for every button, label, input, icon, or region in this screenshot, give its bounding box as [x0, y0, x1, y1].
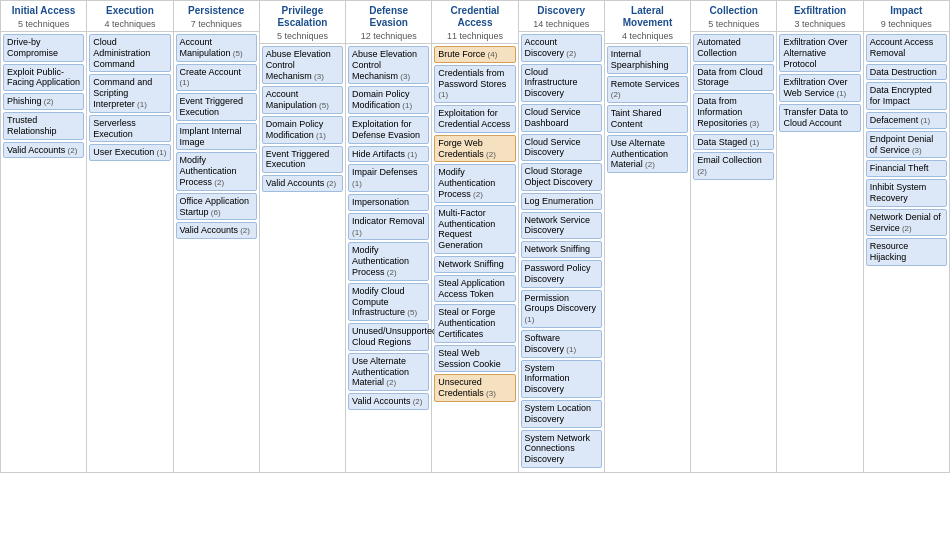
- technique-item[interactable]: Valid Accounts (2): [262, 175, 343, 192]
- technique-item[interactable]: Modify Cloud Compute Infrastructure (5): [348, 283, 429, 321]
- technique-item[interactable]: Password Policy Discovery: [521, 260, 602, 288]
- mitre-matrix: Initial Access5 techniquesDrive-by Compr…: [0, 0, 950, 473]
- technique-name: Cloud Storage Object Discovery: [525, 166, 593, 187]
- technique-item[interactable]: Permission Groups Discovery (1): [521, 290, 602, 328]
- technique-item[interactable]: Steal or Forge Authentication Certificat…: [434, 304, 515, 342]
- technique-item[interactable]: Modify Authentication Process (2): [176, 152, 257, 190]
- technique-item[interactable]: Create Account (1): [176, 64, 257, 92]
- technique-item[interactable]: Event Triggered Execution: [262, 146, 343, 174]
- technique-item[interactable]: Cloud Service Discovery: [521, 134, 602, 162]
- technique-item[interactable]: Multi-Factor Authentication Request Gene…: [434, 205, 515, 254]
- technique-item[interactable]: Modify Authentication Process (2): [434, 164, 515, 202]
- technique-item[interactable]: Internal Spearphishing: [607, 46, 688, 74]
- technique-item[interactable]: Cloud Infrastructure Discovery: [521, 64, 602, 102]
- technique-item[interactable]: Transfer Data to Cloud Account: [779, 104, 860, 132]
- technique-item[interactable]: Forge Web Credentials (2): [434, 135, 515, 163]
- technique-item[interactable]: Command and Scripting Interpreter (1): [89, 74, 170, 112]
- technique-item[interactable]: Log Enumeration: [521, 193, 602, 210]
- technique-name: Modify Authentication Process (2): [352, 245, 409, 277]
- technique-item[interactable]: Account Manipulation (5): [176, 34, 257, 62]
- technique-item[interactable]: Abuse Elevation Control Mechanism (3): [348, 46, 429, 84]
- technique-name: Abuse Elevation Control Mechanism (3): [352, 49, 417, 81]
- technique-item[interactable]: Brute Force (4): [434, 46, 515, 63]
- technique-name: System Location Discovery: [525, 403, 592, 424]
- technique-item[interactable]: Office Application Startup (6): [176, 193, 257, 221]
- tactic-column-persistence: Persistence7 techniquesAccount Manipulat…: [174, 1, 260, 472]
- technique-item[interactable]: Data Destruction: [866, 64, 947, 81]
- technique-item[interactable]: Impair Defenses (1): [348, 164, 429, 192]
- technique-item[interactable]: Cloud Administration Command: [89, 34, 170, 72]
- technique-item[interactable]: Drive-by Compromise: [3, 34, 84, 62]
- technique-item[interactable]: System Location Discovery: [521, 400, 602, 428]
- technique-item[interactable]: Network Denial of Service (2): [866, 209, 947, 237]
- technique-name: Network Denial of Service (2): [870, 212, 941, 233]
- technique-item[interactable]: Exfiltration Over Alternative Protocol: [779, 34, 860, 72]
- technique-item[interactable]: Valid Accounts (2): [176, 222, 257, 239]
- technique-item[interactable]: Implant Internal Image: [176, 123, 257, 151]
- technique-item[interactable]: Data Encrypted for Impact: [866, 82, 947, 110]
- technique-item[interactable]: Indicator Removal (1): [348, 213, 429, 241]
- technique-item[interactable]: Account Access Removal: [866, 34, 947, 62]
- technique-item[interactable]: Automated Collection: [693, 34, 774, 62]
- technique-name: Software Discovery (1): [525, 333, 577, 354]
- technique-item[interactable]: Hide Artifacts (1): [348, 146, 429, 163]
- technique-name: Log Enumeration: [525, 196, 594, 206]
- technique-list: Account Discovery (2)Cloud Infrastructur…: [519, 32, 604, 472]
- tactic-header-credential-access: Credential Access11 techniques: [432, 1, 517, 44]
- technique-item[interactable]: Event Triggered Execution: [176, 93, 257, 121]
- technique-item[interactable]: Exploitation for Defense Evasion: [348, 116, 429, 144]
- technique-item[interactable]: Steal Web Session Cookie: [434, 345, 515, 373]
- technique-item[interactable]: Modify Authentication Process (2): [348, 242, 429, 280]
- technique-item[interactable]: Trusted Relationship: [3, 112, 84, 140]
- technique-subcount: (5): [405, 308, 417, 317]
- technique-name: Account Manipulation (5): [266, 89, 329, 110]
- technique-item[interactable]: Remote Services (2): [607, 76, 688, 104]
- technique-item[interactable]: Network Sniffing: [521, 241, 602, 258]
- technique-item[interactable]: Domain Policy Modification (1): [348, 86, 429, 114]
- tactic-column-execution: Execution4 techniquesCloud Administratio…: [87, 1, 173, 472]
- technique-item[interactable]: Credentials from Password Stores (1): [434, 65, 515, 103]
- technique-item[interactable]: Inhibit System Recovery: [866, 179, 947, 207]
- technique-item[interactable]: Valid Accounts (2): [348, 393, 429, 410]
- technique-item[interactable]: Defacement (1): [866, 112, 947, 129]
- technique-item[interactable]: Domain Policy Modification (1): [262, 116, 343, 144]
- technique-item[interactable]: Email Collection (2): [693, 152, 774, 180]
- technique-name: Implant Internal Image: [180, 126, 242, 147]
- technique-item[interactable]: Exfiltration Over Web Service (1): [779, 74, 860, 102]
- technique-item[interactable]: Abuse Elevation Control Mechanism (3): [262, 46, 343, 84]
- technique-name: Exploit Public-Facing Application: [7, 67, 80, 88]
- technique-item[interactable]: Cloud Storage Object Discovery: [521, 163, 602, 191]
- technique-item[interactable]: Financial Theft: [866, 160, 947, 177]
- technique-item[interactable]: Data Staged (1): [693, 134, 774, 151]
- technique-item[interactable]: Unused/Unsupported Cloud Regions: [348, 323, 429, 351]
- technique-item[interactable]: System Information Discovery: [521, 360, 602, 398]
- technique-subcount: (3): [398, 72, 410, 81]
- technique-item[interactable]: Impersonation: [348, 194, 429, 211]
- technique-item[interactable]: Unsecured Credentials (3): [434, 374, 515, 402]
- technique-item[interactable]: Endpoint Denial of Service (3): [866, 131, 947, 159]
- technique-item[interactable]: Network Service Discovery: [521, 212, 602, 240]
- technique-item[interactable]: Network Sniffing: [434, 256, 515, 273]
- technique-item[interactable]: Exploit Public-Facing Application: [3, 64, 84, 92]
- technique-item[interactable]: Resource Hijacking: [866, 238, 947, 266]
- technique-item[interactable]: Data from Information Repositories (3): [693, 93, 774, 131]
- technique-item[interactable]: Steal Application Access Token: [434, 275, 515, 303]
- technique-item[interactable]: Exploitation for Credential Access: [434, 105, 515, 133]
- technique-name: Exfiltration Over Web Service (1): [783, 77, 847, 98]
- technique-item[interactable]: Software Discovery (1): [521, 330, 602, 358]
- technique-item[interactable]: Serverless Execution: [89, 115, 170, 143]
- technique-item[interactable]: Phishing (2): [3, 93, 84, 110]
- technique-item[interactable]: Use Alternate Authentication Material (2…: [348, 353, 429, 391]
- technique-item[interactable]: User Execution (1): [89, 144, 170, 161]
- technique-item[interactable]: Account Manipulation (5): [262, 86, 343, 114]
- technique-item[interactable]: Data from Cloud Storage: [693, 64, 774, 92]
- technique-item[interactable]: Cloud Service Dashboard: [521, 104, 602, 132]
- technique-item[interactable]: Valid Accounts (2): [3, 142, 84, 159]
- technique-item[interactable]: System Network Connections Discovery: [521, 430, 602, 468]
- tactic-header-persistence: Persistence7 techniques: [174, 1, 259, 32]
- tactic-column-initial-access: Initial Access5 techniquesDrive-by Compr…: [1, 1, 87, 472]
- technique-name: Multi-Factor Authentication Request Gene…: [438, 208, 495, 250]
- technique-item[interactable]: Account Discovery (2): [521, 34, 602, 62]
- technique-item[interactable]: Use Alternate Authentication Material (2…: [607, 135, 688, 173]
- technique-item[interactable]: Taint Shared Content: [607, 105, 688, 133]
